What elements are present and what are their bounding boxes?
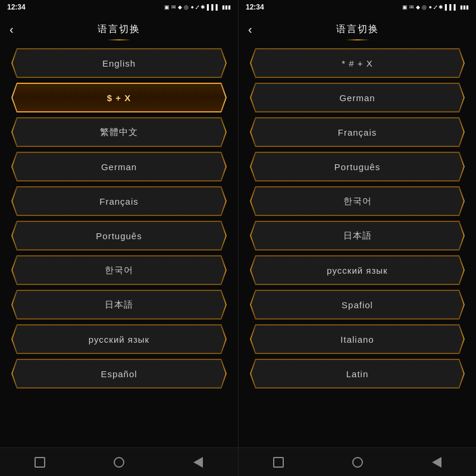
nav-circle-btn-right[interactable]	[349, 453, 367, 471]
lang-item-text-english: English	[12, 49, 226, 77]
status-time-left: 12:34	[7, 3, 26, 11]
nav-back-icon-left	[193, 457, 203, 468]
lang-item-text-latin: Latin	[250, 359, 464, 388]
lang-item-dollar-x[interactable]: $ + X	[12, 83, 226, 112]
lang-item-text-spafiol: Spafiol	[250, 290, 464, 319]
nav-bar-left	[0, 447, 238, 476]
back-button-right[interactable]: ‹	[248, 23, 252, 36]
lang-item-spanish[interactable]: Español	[12, 359, 226, 388]
lang-item-portuguese2[interactable]: Português	[250, 152, 464, 181]
lang-item-german2[interactable]: German	[250, 83, 464, 112]
lang-item-italian[interactable]: Italiano	[250, 325, 464, 353]
nav-circle-btn-left[interactable]	[110, 453, 128, 471]
signal-icon-r: ▌▌▌	[445, 4, 458, 10]
lang-item-text-italian: Italiano	[250, 325, 464, 353]
nav-square-btn-right[interactable]	[270, 453, 287, 471]
wifi-icon-r: ⑇	[434, 4, 437, 10]
bluetooth-icon: ✱	[201, 4, 205, 10]
lang-item-hash-x[interactable]: * # + X	[250, 49, 464, 77]
right-panel: 12:34 ▣ ✉ ◆ ◎ ● ⑇ ✱ ▌▌▌ ▮▮▮ ‹ 语言切换 * # +…	[238, 0, 476, 476]
message-icon-r: ✉	[409, 4, 414, 10]
left-panel: 12:34 ▣ ✉ ◆ ◎ ● ⑇ ✱ ▌▌▌ ▮▮▮ ‹ 语言切换 Engli…	[0, 0, 238, 476]
nav-square-icon-left	[35, 457, 45, 468]
back-button-left[interactable]: ‹	[10, 23, 14, 36]
status-icons-left: ▣ ✉ ◆ ◎ ● ⑇ ✱ ▌▌▌ ▮▮▮	[164, 4, 231, 10]
app-icon-3: ●	[190, 4, 193, 10]
lang-item-text-dollar-x: $ + X	[12, 83, 226, 112]
app-icon-2: ◎	[184, 4, 189, 10]
app-icon-2-r: ◎	[422, 4, 427, 10]
lang-item-text-spanish: Español	[12, 359, 226, 388]
lang-item-text-traditional-chinese: 繁體中文	[12, 118, 226, 146]
language-list-right: * # + XGermanFrançaisPortuguês한국어日本語русс…	[239, 44, 476, 447]
title-underline-left	[107, 39, 131, 40]
nav-circle-icon-right	[352, 457, 363, 468]
notification-icon: ▣	[164, 4, 170, 10]
status-bar-right: 12:34 ▣ ✉ ◆ ◎ ● ⑇ ✱ ▌▌▌ ▮▮▮	[239, 0, 476, 14]
lang-item-text-portuguese2: Português	[250, 152, 464, 181]
lang-item-text-french: Français	[12, 187, 226, 215]
lang-item-text-russian: русский язык	[12, 325, 226, 353]
lang-item-portuguese[interactable]: Português	[12, 221, 226, 250]
nav-back-icon-right	[432, 457, 441, 468]
nav-title-left: 语言切换	[98, 23, 140, 36]
lang-item-korean2[interactable]: 한국어	[250, 187, 464, 215]
nav-back-btn-left[interactable]	[189, 453, 207, 471]
lang-item-text-portuguese: Português	[12, 221, 226, 250]
lang-item-text-hash-x: * # + X	[250, 49, 464, 77]
nav-square-icon-right	[273, 457, 284, 468]
app-icon-1: ◆	[178, 4, 182, 10]
message-icon: ✉	[171, 4, 176, 10]
nav-circle-icon-left	[114, 457, 124, 468]
app-icon-1-r: ◆	[416, 4, 420, 10]
status-bar-left: 12:34 ▣ ✉ ◆ ◎ ● ⑇ ✱ ▌▌▌ ▮▮▮	[0, 0, 238, 14]
lang-item-russian2[interactable]: русский язык	[250, 256, 464, 284]
lang-item-traditional-chinese[interactable]: 繁體中文	[12, 118, 226, 146]
notification-icon-r: ▣	[402, 4, 408, 10]
signal-icon: ▌▌▌	[207, 4, 220, 10]
lang-item-french[interactable]: Français	[12, 187, 226, 215]
nav-square-btn-left[interactable]	[31, 453, 49, 471]
lang-item-korean[interactable]: 한국어	[12, 256, 226, 284]
lang-item-russian[interactable]: русский язык	[12, 325, 226, 353]
lang-item-english[interactable]: English	[12, 49, 226, 77]
wifi-icon: ⑇	[196, 4, 199, 10]
status-icons-right: ▣ ✉ ◆ ◎ ● ⑇ ✱ ▌▌▌ ▮▮▮	[402, 4, 469, 10]
top-nav-left: ‹ 语言切换	[0, 14, 238, 44]
lang-item-text-korean: 한국어	[12, 256, 226, 284]
battery-icon-r: ▮▮▮	[460, 4, 469, 10]
lang-item-german[interactable]: German	[12, 152, 226, 181]
lang-item-french2[interactable]: Français	[250, 118, 464, 146]
nav-title-right: 语言切换	[336, 23, 379, 36]
bluetooth-icon-r: ✱	[439, 4, 443, 10]
top-nav-right: ‹ 语言切换	[239, 14, 476, 44]
lang-item-japanese[interactable]: 日本語	[12, 290, 226, 319]
app-icon-3-r: ●	[428, 4, 431, 10]
lang-item-text-russian2: русский язык	[250, 256, 464, 284]
lang-item-text-german2: German	[250, 83, 464, 112]
battery-icon: ▮▮▮	[222, 4, 231, 10]
title-underline-right	[346, 39, 369, 40]
lang-item-spafiol[interactable]: Spafiol	[250, 290, 464, 319]
language-list-left: English$ + X繁體中文GermanFrançaisPortuguês한…	[0, 44, 238, 447]
lang-item-text-japanese2: 日本語	[250, 221, 464, 250]
lang-item-text-french2: Français	[250, 118, 464, 146]
lang-item-latin[interactable]: Latin	[250, 359, 464, 388]
lang-item-text-german: German	[12, 152, 226, 181]
status-time-right: 12:34	[246, 3, 264, 11]
lang-item-text-korean2: 한국어	[250, 187, 464, 215]
nav-back-btn-right[interactable]	[428, 453, 446, 471]
nav-bar-right	[239, 447, 476, 476]
lang-item-text-japanese: 日本語	[12, 290, 226, 319]
lang-item-japanese2[interactable]: 日本語	[250, 221, 464, 250]
